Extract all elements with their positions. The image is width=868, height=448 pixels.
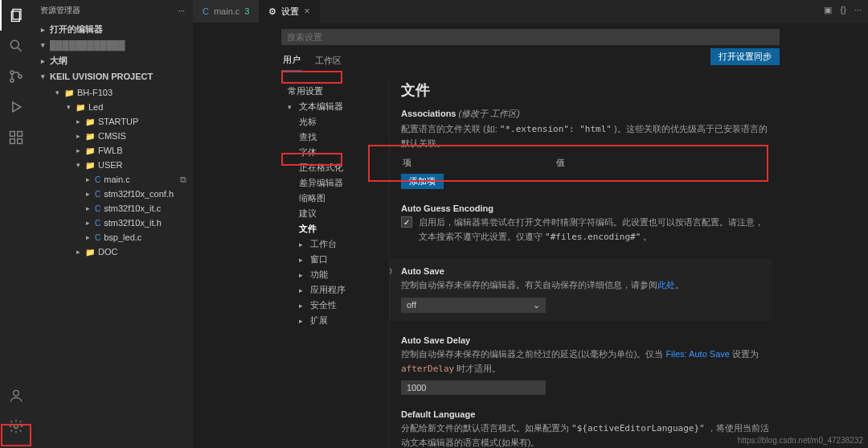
highlight-box <box>281 71 342 84</box>
toc-item[interactable]: ▸工作台 <box>281 236 386 252</box>
tree-item[interactable]: ▸Cbsp_led.c <box>32 230 193 245</box>
highlight-box <box>368 145 768 182</box>
toc-item[interactable]: ▸应用程序 <box>281 282 386 298</box>
setting-auto-save: ⚙ Auto Save 控制自动保存未保存的编辑器。有关自动保存的详细信息，请参… <box>389 258 772 321</box>
file-tree: ▾📁BH-F103▾📁Led▸📁STARTUP▸📁CMSIS▸📁FWLB▾📁US… <box>32 84 193 261</box>
svg-rect-9 <box>10 139 15 144</box>
setting-default-language: Default Language 分配给新文件的默认语言模式。如果配置为 "${… <box>401 409 772 448</box>
toc-sub-item[interactable]: 查找 <box>281 129 386 145</box>
svg-point-2 <box>10 40 18 48</box>
settings-search-input[interactable] <box>281 29 780 45</box>
toc-common[interactable]: 常用设置 <box>281 84 386 99</box>
svg-point-4 <box>10 71 14 74</box>
highlight-box <box>281 153 342 166</box>
page-title: 文件 <box>401 80 772 100</box>
tab-settings[interactable]: ⚙ 设置 × <box>259 0 319 23</box>
run-debug-icon[interactable] <box>0 92 32 122</box>
account-icon[interactable] <box>0 380 32 411</box>
highlight-box <box>1 424 31 446</box>
tab-main-c[interactable]: C main.c 3 <box>193 0 259 23</box>
chevron-down-icon: ⌄ <box>533 300 540 310</box>
files-auto-save-link[interactable]: Files: Auto Save <box>665 349 730 359</box>
tree-item[interactable]: ▸📁STARTUP <box>32 114 193 129</box>
svg-rect-10 <box>18 139 23 144</box>
scope-tab-user[interactable]: 用户 <box>281 50 302 71</box>
toc-sub-item[interactable]: 光标 <box>281 114 386 129</box>
svg-rect-11 <box>18 132 23 137</box>
svg-point-6 <box>18 75 22 78</box>
editor-tabs: C main.c 3 ⚙ 设置 × ▣ {} ··· <box>193 0 868 23</box>
settings-detail[interactable]: 文件 Associations (修改于 工作区) 配置语言的文件关联 (如: … <box>389 77 780 448</box>
c-file-icon: C <box>203 6 209 16</box>
explorer-icon[interactable] <box>0 0 32 31</box>
split-icon[interactable]: ▣ <box>824 5 832 15</box>
search-icon[interactable] <box>0 31 32 61</box>
toc-item[interactable]: ▸扩展 <box>281 313 386 328</box>
section-keil[interactable]: ▾KEIL UVISION PROJECT <box>32 69 193 84</box>
tree-item[interactable]: ▸📁CMSIS <box>32 129 193 143</box>
tree-item[interactable]: ▸📁DOC <box>32 245 193 259</box>
svg-rect-8 <box>10 132 15 137</box>
tree-item[interactable]: ▸📁FWLB <box>32 143 193 158</box>
auto-save-select[interactable]: off⌄ <box>401 298 546 313</box>
toc-text-editor[interactable]: ▾文本编辑器 <box>281 99 386 114</box>
tree-item[interactable]: ▸Cstm32f10x_it.h <box>32 216 193 230</box>
svg-marker-7 <box>13 102 21 112</box>
auto-guess-checkbox[interactable]: ✓ <box>401 216 412 228</box>
tree-item[interactable]: ▸Cstm32f10x_it.c <box>32 201 193 216</box>
auto-save-delay-input[interactable] <box>401 380 546 395</box>
toc-item[interactable]: ▸安全性 <box>281 298 386 313</box>
tree-item[interactable]: ▾📁Led <box>32 100 193 114</box>
open-settings-sync-button[interactable]: 打开设置同步 <box>710 48 780 65</box>
sidebar-title: 资源管理器 <box>40 5 80 16</box>
more-icon[interactable]: ··· <box>178 6 185 15</box>
open-json-icon[interactable]: {} <box>840 5 845 15</box>
toc-sub-item[interactable]: 缩略图 <box>281 191 386 206</box>
setting-auto-save-delay: Auto Save Delay 控制自动保存未保存的编辑器之前经过的延迟(以毫秒… <box>401 335 772 395</box>
gear-icon: ⚙ <box>268 6 276 17</box>
toc-sub-item[interactable]: 文件 <box>281 221 386 236</box>
settings-body: 用户 工作区 打开设置同步 常用设置 ▾文本编辑器 光标查找字体正在格式化差异编… <box>193 23 868 448</box>
sidebar: 资源管理器 ··· ▸打开的编辑器 ▾████████████ ▸大纲 ▾KEI… <box>32 0 193 448</box>
extensions-icon[interactable] <box>0 122 32 153</box>
toc-item[interactable]: ▸窗口 <box>281 252 386 267</box>
svg-line-3 <box>18 48 22 51</box>
section-open-editors[interactable]: ▸打开的编辑器 <box>32 21 193 38</box>
svg-point-12 <box>14 390 19 396</box>
scope-tab-workspace[interactable]: 工作区 <box>313 51 343 71</box>
tree-item[interactable]: ▾📁BH-F103 <box>32 85 193 100</box>
tree-item[interactable]: ▸Cmain.c⧉ <box>32 172 193 187</box>
section-outline[interactable]: ▸大纲 <box>32 52 193 69</box>
source-control-icon[interactable] <box>0 61 32 92</box>
watermark: https://blog.csdn.net/m0_47238232 <box>738 436 863 445</box>
auto-save-link[interactable]: 此处 <box>657 280 675 290</box>
setting-auto-guess-encoding: Auto Guess Encoding ✓ 启用后，编辑器将尝试在打开文件时猜测… <box>401 203 772 244</box>
gear-icon[interactable]: ⚙ <box>389 266 393 277</box>
toc-sub-item[interactable]: 建议 <box>281 206 386 221</box>
tree-item[interactable]: ▸Cstm32f10x_conf.h <box>32 187 193 201</box>
section-project[interactable]: ▾████████████ <box>32 38 193 52</box>
file-action-icon[interactable]: ⧉ <box>180 175 186 185</box>
close-icon[interactable]: × <box>304 6 309 17</box>
tree-item[interactable]: ▾📁USER <box>32 158 193 172</box>
toc-item[interactable]: ▸功能 <box>281 267 386 282</box>
editor-area: C main.c 3 ⚙ 设置 × ▣ {} ··· 用户 工作区 打开设置同步… <box>193 0 868 448</box>
settings-toc: 常用设置 ▾文本编辑器 光标查找字体正在格式化差异编辑器缩略图建议文件 ▸工作台… <box>281 77 386 448</box>
svg-point-5 <box>10 79 14 82</box>
activity-bar <box>0 0 32 448</box>
title-actions: ▣ {} ··· <box>824 5 862 15</box>
more-icon[interactable]: ··· <box>854 5 862 15</box>
